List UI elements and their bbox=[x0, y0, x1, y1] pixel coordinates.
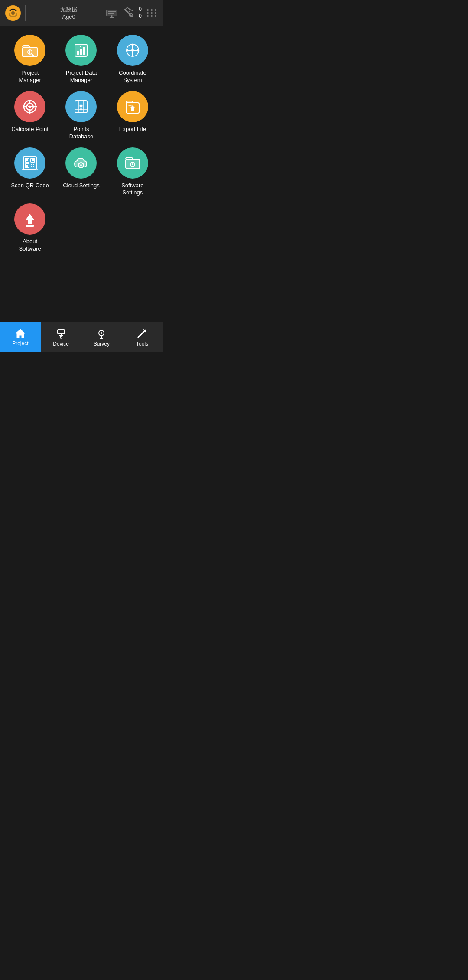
status-bottom: 0 bbox=[139, 13, 142, 20]
target-icon bbox=[21, 98, 39, 115]
svg-marker-91 bbox=[16, 329, 25, 338]
folder-icon bbox=[22, 43, 38, 58]
nav-project-label: Project bbox=[12, 340, 28, 346]
scan-qr-code-item[interactable]: Scan QR Code bbox=[6, 147, 54, 197]
no-data-label: 无数据 bbox=[32, 6, 106, 13]
header: 无数据 Age0 0 0 bbox=[0, 0, 162, 26]
project-manager-label: ProjectManager bbox=[19, 69, 41, 84]
export-file-item[interactable]: Export File bbox=[109, 91, 156, 140]
software-settings-item[interactable]: SoftwareSettings bbox=[109, 147, 156, 197]
svg-rect-11 bbox=[125, 7, 130, 13]
svg-rect-68 bbox=[31, 166, 32, 167]
about-software-label: AboutSoftware bbox=[19, 238, 41, 253]
svg-line-48 bbox=[27, 105, 29, 107]
header-center: 无数据 Age0 bbox=[32, 6, 106, 20]
project-manager-item[interactable]: ProjectManager bbox=[6, 35, 54, 84]
chart-icon bbox=[73, 42, 89, 58]
svg-rect-67 bbox=[33, 164, 34, 165]
coordinate-system-item[interactable]: CoordinateSystem bbox=[109, 35, 156, 84]
svg-line-104 bbox=[138, 335, 141, 337]
cloud-settings-icon bbox=[72, 155, 90, 171]
icon-grid: ProjectManager Project DataManager bbox=[4, 35, 158, 253]
nav-survey[interactable]: Survey bbox=[81, 322, 122, 352]
nav-project[interactable]: Project bbox=[0, 322, 41, 352]
svg-point-13 bbox=[130, 14, 132, 16]
svg-point-95 bbox=[60, 336, 62, 338]
export-icon bbox=[124, 98, 141, 115]
settings-folder-icon bbox=[124, 155, 141, 171]
cloud-settings-icon-circle bbox=[65, 147, 97, 179]
calibrate-point-item[interactable]: Calibrate Point bbox=[6, 91, 54, 140]
export-file-label: Export File bbox=[119, 126, 146, 133]
grid-icon[interactable] bbox=[146, 8, 157, 18]
svg-line-49 bbox=[31, 105, 32, 107]
connection-icon bbox=[106, 8, 118, 18]
software-settings-icon-circle bbox=[117, 147, 148, 179]
svg-point-55 bbox=[80, 104, 83, 107]
status-top: 0 bbox=[139, 6, 142, 13]
header-divider bbox=[25, 5, 26, 21]
svg-point-97 bbox=[101, 332, 102, 334]
svg-point-17 bbox=[155, 9, 156, 11]
main-content: ProjectManager Project DataManager bbox=[0, 26, 162, 322]
svg-line-80 bbox=[82, 163, 83, 163]
calibrate-point-icon-circle bbox=[14, 91, 46, 122]
project-manager-icon-circle bbox=[14, 35, 46, 66]
bottom-nav: Project Device Survey Tools bbox=[0, 322, 162, 352]
cloud-settings-item[interactable]: Cloud Settings bbox=[57, 147, 105, 197]
svg-rect-33 bbox=[83, 47, 85, 55]
home-icon bbox=[15, 328, 26, 339]
svg-point-15 bbox=[147, 9, 149, 11]
svg-marker-57 bbox=[130, 105, 135, 111]
map-icon bbox=[72, 98, 90, 115]
svg-rect-6 bbox=[108, 13, 114, 14]
svg-rect-69 bbox=[33, 166, 34, 167]
software-settings-label: SoftwareSettings bbox=[121, 182, 143, 197]
svg-line-78 bbox=[82, 166, 83, 167]
svg-rect-65 bbox=[26, 165, 28, 167]
export-file-icon-circle bbox=[117, 91, 148, 122]
status-numbers: 0 0 bbox=[139, 6, 142, 20]
nav-tools-label: Tools bbox=[136, 341, 148, 347]
svg-marker-88 bbox=[26, 214, 34, 224]
device-icon bbox=[55, 328, 67, 339]
svg-rect-92 bbox=[58, 330, 65, 334]
svg-point-20 bbox=[155, 12, 156, 14]
svg-rect-32 bbox=[80, 49, 82, 55]
about-software-icon-circle bbox=[14, 203, 46, 235]
svg-point-3 bbox=[11, 11, 15, 15]
svg-point-72 bbox=[80, 164, 82, 166]
nav-device[interactable]: Device bbox=[41, 322, 81, 352]
svg-rect-5 bbox=[108, 11, 116, 12]
coordinate-icon bbox=[124, 42, 141, 59]
svg-point-16 bbox=[151, 9, 153, 11]
coordinate-system-label: CoordinateSystem bbox=[119, 69, 146, 84]
svg-point-19 bbox=[151, 12, 153, 14]
svg-rect-61 bbox=[26, 159, 28, 161]
scan-qr-code-icon-circle bbox=[14, 147, 46, 179]
svg-point-23 bbox=[155, 15, 156, 17]
scan-qr-code-label: Scan QR Code bbox=[11, 182, 49, 189]
satellite-icon bbox=[122, 7, 134, 19]
tools-icon bbox=[136, 328, 148, 339]
project-data-manager-label: Project DataManager bbox=[66, 69, 97, 84]
nav-tools[interactable]: Tools bbox=[122, 322, 162, 352]
svg-line-77 bbox=[79, 163, 80, 163]
qr-icon bbox=[21, 155, 39, 171]
svg-point-83 bbox=[132, 163, 133, 165]
app-logo bbox=[5, 5, 21, 21]
points-database-icon-circle bbox=[65, 91, 97, 122]
svg-point-18 bbox=[147, 12, 149, 14]
upload-icon bbox=[21, 210, 39, 228]
age-label: Age0 bbox=[32, 13, 106, 20]
project-data-manager-item[interactable]: Project DataManager bbox=[57, 35, 105, 84]
points-database-label: PointsDatabase bbox=[69, 126, 94, 140]
svg-point-22 bbox=[151, 15, 153, 17]
about-software-item[interactable]: AboutSoftware bbox=[6, 203, 54, 253]
svg-line-79 bbox=[79, 166, 80, 167]
svg-rect-66 bbox=[31, 164, 32, 165]
svg-rect-31 bbox=[77, 51, 79, 55]
survey-icon bbox=[96, 328, 107, 339]
points-database-item[interactable]: PointsDatabase bbox=[57, 91, 105, 140]
cloud-settings-label: Cloud Settings bbox=[63, 182, 100, 189]
